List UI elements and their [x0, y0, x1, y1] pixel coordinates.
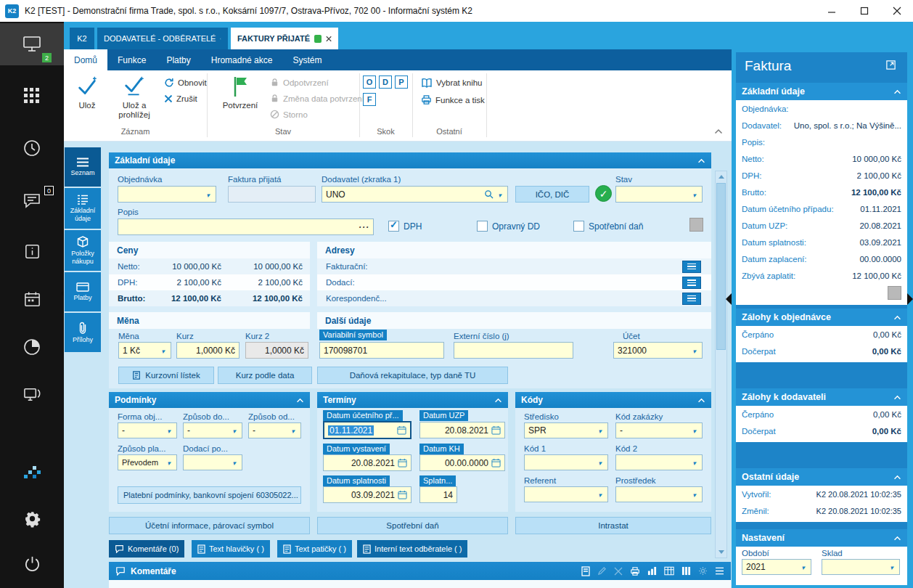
- transport-method-field[interactable]: -: [183, 422, 242, 438]
- kh-date-field[interactable]: 00.00.0000: [419, 454, 505, 471]
- panel-section-other[interactable]: Ostatní údaje: [736, 468, 907, 486]
- chevron-up-icon[interactable]: [893, 89, 901, 94]
- ribbon-menu-functions[interactable]: Funkce: [107, 49, 156, 70]
- order-field[interactable]: [118, 186, 216, 203]
- dropdown-icon[interactable]: [690, 425, 698, 436]
- sidebar-history-button[interactable]: [0, 132, 64, 164]
- select-book-button[interactable]: Vybrat knihu: [421, 78, 483, 88]
- period-field[interactable]: 2021: [742, 559, 811, 575]
- accounting-info-button[interactable]: Účetní informace, párovací symbol: [109, 517, 310, 534]
- tab-footer-text[interactable]: Text patičky ( ): [277, 540, 352, 558]
- chevron-up-icon[interactable]: [296, 398, 304, 403]
- tab-suppliers-customers[interactable]: DODAVATELÉ - ODBĚRATELÉ: [97, 28, 228, 49]
- dropdown-icon[interactable]: [230, 425, 238, 436]
- dropdown-icon[interactable]: [165, 425, 173, 436]
- confirm-button[interactable]: Potvrzení: [218, 74, 263, 110]
- due-days-field[interactable]: 14: [419, 486, 457, 503]
- ribbon-menu-home[interactable]: Domů: [64, 49, 107, 70]
- due-date-field[interactable]: 03.09.2021: [323, 486, 412, 503]
- minimize-button[interactable]: [815, 0, 848, 22]
- delete-icon[interactable]: [614, 567, 623, 576]
- scrollbar-thumb[interactable]: [716, 183, 726, 350]
- sidebar-desktops-button[interactable]: 2: [0, 23, 64, 65]
- tab-invoices-received[interactable]: FAKTURY PŘIJATÉ: [231, 28, 338, 49]
- columns-icon[interactable]: [681, 566, 691, 576]
- dropdown-icon[interactable]: [888, 562, 896, 572]
- chevron-up-icon[interactable]: [494, 398, 502, 403]
- codes-header[interactable]: Kódy: [515, 392, 711, 408]
- jump-f-button[interactable]: F: [363, 93, 376, 106]
- resource-field[interactable]: [615, 486, 703, 502]
- edit-icon[interactable]: [597, 566, 607, 576]
- save-and-view-button[interactable]: Ulož a prohlížej: [107, 74, 161, 120]
- terms-header[interactable]: Termíny: [317, 392, 508, 408]
- intrastat-button[interactable]: Intrastat: [515, 517, 711, 534]
- referent-field[interactable]: [524, 486, 608, 502]
- sidebar-settings-button[interactable]: [0, 502, 64, 534]
- print-icon[interactable]: [630, 566, 640, 576]
- section-basic-data-header[interactable]: Základní údaje: [109, 152, 711, 168]
- close-button[interactable]: [880, 0, 913, 22]
- scroll-up-icon[interactable]: [716, 171, 726, 182]
- dropdown-icon[interactable]: [690, 457, 698, 467]
- settings-icon[interactable]: [698, 566, 708, 576]
- calendar-icon[interactable]: [491, 458, 501, 467]
- sidebar-k2-button[interactable]: [0, 457, 64, 489]
- unconfirm-button[interactable]: Odpotvrzení: [270, 78, 329, 87]
- change-confirm-date-button[interactable]: Změna data potvrzení: [270, 94, 364, 103]
- storno-button[interactable]: Storno: [270, 110, 308, 119]
- code1-field[interactable]: [524, 454, 608, 470]
- table-icon[interactable]: [664, 566, 674, 576]
- address-menu-button[interactable]: [682, 261, 701, 273]
- payment-method-field[interactable]: Převodem: [118, 454, 177, 470]
- save-button[interactable]: Ulož: [68, 74, 106, 110]
- accounting-date-field[interactable]: 01.11.2021: [323, 421, 412, 439]
- state-field[interactable]: [615, 186, 703, 203]
- dropdown-icon[interactable]: [159, 346, 167, 356]
- ribbon-collapse-icon[interactable]: [714, 128, 723, 134]
- more-icon[interactable]: [359, 222, 369, 232]
- address-menu-button[interactable]: [682, 277, 701, 289]
- dropdown-icon[interactable]: [799, 562, 807, 572]
- new-document-icon[interactable]: [581, 566, 590, 576]
- tab-internal-text[interactable]: Interní text odběratele ( ): [357, 540, 467, 558]
- calendar-icon[interactable]: [398, 458, 407, 467]
- dropdown-icon[interactable]: [596, 425, 604, 436]
- panel-section-settings[interactable]: Nastavení: [736, 529, 907, 547]
- tab-comments[interactable]: Komentáře (0): [109, 540, 184, 558]
- comments-section-header[interactable]: Komentáře: [109, 562, 731, 580]
- order-form-field[interactable]: -: [118, 422, 177, 438]
- conditions-header[interactable]: Podmínky: [109, 392, 310, 408]
- ico-dic-button[interactable]: IČO, DIČ: [515, 186, 589, 203]
- ribbon-menu-payments[interactable]: Platby: [156, 49, 200, 70]
- sidebar-reports-button[interactable]: [0, 331, 64, 363]
- tab-k2[interactable]: K2: [70, 28, 94, 49]
- jump-delivery-button[interactable]: D: [379, 75, 392, 89]
- panel-section-basic[interactable]: Základní údaje: [736, 83, 907, 100]
- close-icon[interactable]: [326, 36, 332, 42]
- scroll-down-icon[interactable]: [716, 547, 726, 558]
- address-menu-button[interactable]: [682, 293, 701, 305]
- external-number-field[interactable]: [454, 342, 573, 359]
- chart-icon[interactable]: [647, 566, 657, 576]
- rate-field[interactable]: 1,0000 Kč: [176, 342, 239, 359]
- chevron-up-icon[interactable]: [893, 315, 901, 320]
- dropdown-icon[interactable]: [165, 458, 173, 467]
- dropdown-icon[interactable]: [596, 489, 604, 499]
- sidebar-logout-button[interactable]: [0, 547, 64, 579]
- jump-order-button[interactable]: O: [363, 75, 376, 89]
- panel-splitter-left-arrow[interactable]: [726, 293, 732, 305]
- tax-recap-button[interactable]: Daňová rekapitulace, typ daně TU: [317, 367, 508, 384]
- sidebar-calendar-button[interactable]: [0, 283, 64, 315]
- chevron-up-icon[interactable]: [893, 536, 901, 541]
- nav-item-purchase-items[interactable]: Položky nákupu: [65, 230, 101, 271]
- functions-print-button[interactable]: Funkce a tisk: [421, 94, 485, 105]
- panel-section-advances-supplier[interactable]: Zálohy k dodavateli: [736, 388, 907, 406]
- vat-checkbox[interactable]: [388, 221, 399, 232]
- dropdown-icon[interactable]: [289, 425, 297, 436]
- excise-tax-button[interactable]: Spotřební daň: [317, 517, 508, 534]
- panel-splitter-right-arrow[interactable]: [907, 293, 913, 305]
- rate2-field[interactable]: 1,0000 Kč: [245, 342, 308, 359]
- chevron-up-icon[interactable]: [893, 475, 901, 480]
- dropdown-icon[interactable]: [204, 189, 212, 200]
